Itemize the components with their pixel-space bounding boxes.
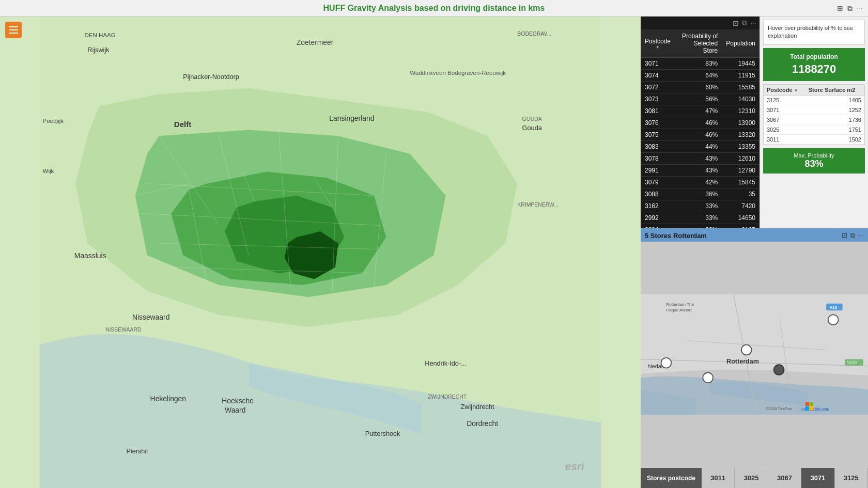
col-probability[interactable]: Probability of Selected Store bbox=[675, 29, 722, 58]
table-expand-icon[interactable]: ⧉ bbox=[742, 19, 747, 27]
postcode-button-3125[interactable]: 3125 bbox=[835, 468, 868, 489]
table-row[interactable]: 2991 43% 12790 bbox=[641, 165, 760, 177]
store-table-row[interactable]: 3125 1405 bbox=[764, 95, 864, 105]
cell-postcode: 3079 bbox=[641, 177, 675, 188]
cell-postcode: 3081 bbox=[641, 105, 675, 117]
store-table-row[interactable]: 3071 1252 bbox=[764, 105, 864, 115]
table-row[interactable]: 3073 56% 14030 bbox=[641, 93, 760, 105]
hamburger-menu[interactable] bbox=[5, 22, 22, 38]
table-row[interactable]: 3076 46% 13900 bbox=[641, 117, 760, 129]
cell-population: 11915 bbox=[722, 70, 760, 82]
right-panel: ⊡ ⧉ ··· Postcode ▼ bbox=[641, 17, 868, 488]
store-cell-postcode: 3067 bbox=[764, 115, 805, 124]
table-more-icon[interactable]: ··· bbox=[750, 19, 756, 27]
main-map[interactable]: DEN HAAG Rijswijk Pijnacker-Nootdorp Zoe… bbox=[0, 17, 641, 488]
cell-postcode: 3072 bbox=[641, 82, 675, 93]
table-row[interactable]: 3088 36% 35 bbox=[641, 188, 760, 200]
cell-probability: 60% bbox=[675, 82, 722, 93]
postcode-button-3067[interactable]: 3067 bbox=[768, 468, 801, 489]
cell-population: 13900 bbox=[722, 117, 760, 129]
total-population-box: Total population 1188270 bbox=[763, 48, 865, 81]
table-row[interactable]: 3081 47% 12310 bbox=[641, 105, 760, 117]
table-row[interactable]: 3084 33% 2165 bbox=[641, 224, 760, 229]
store-col-postcode[interactable]: Postcode ▼ bbox=[764, 85, 805, 96]
cell-population: 14030 bbox=[722, 93, 760, 105]
store-table-row[interactable]: 3025 1751 bbox=[764, 124, 864, 134]
table-row[interactable]: 3075 46% 13320 bbox=[641, 129, 760, 141]
expand-icon[interactable]: ⧉ bbox=[847, 4, 853, 12]
col-population[interactable]: Population bbox=[722, 29, 760, 58]
bottom-bar: Stores postcode 30113025306730713125 bbox=[641, 467, 868, 488]
svg-text:Gouda: Gouda bbox=[522, 124, 542, 132]
stores-more-icon[interactable]: ··· bbox=[858, 231, 864, 240]
page-title: HUFF Gravity Analysis based on driving d… bbox=[323, 4, 545, 13]
cell-population: 35 bbox=[722, 188, 760, 200]
cell-probability: 43% bbox=[675, 165, 722, 177]
cell-probability: 83% bbox=[675, 58, 722, 70]
cell-probability: 33% bbox=[675, 200, 722, 212]
table-row[interactable]: 2992 33% 14650 bbox=[641, 212, 760, 224]
svg-text:Waard: Waard bbox=[225, 406, 245, 414]
table-filter-icon[interactable]: ⊡ bbox=[733, 19, 739, 27]
table-scroll[interactable]: Postcode ▼ Probability of Selected Store… bbox=[641, 29, 760, 228]
postcode-button-3025[interactable]: 3025 bbox=[735, 468, 768, 489]
cell-population: 14650 bbox=[722, 212, 760, 224]
svg-point-60 bbox=[741, 345, 752, 355]
cell-postcode: 3084 bbox=[641, 224, 675, 229]
svg-text:Hoeksche: Hoeksche bbox=[222, 397, 254, 405]
svg-point-59 bbox=[703, 373, 713, 383]
cell-postcode: 3162 bbox=[641, 200, 675, 212]
svg-text:Rijswijk: Rijswijk bbox=[87, 46, 110, 54]
stores-map-canvas[interactable]: A16 N210 Rotterdam The Hague Airport Rot… bbox=[641, 242, 868, 467]
filter-icon[interactable]: ⊞ bbox=[837, 4, 843, 12]
cell-population: 13320 bbox=[722, 129, 760, 141]
cell-probability: 47% bbox=[675, 105, 722, 117]
store-cell-postcode: 3025 bbox=[764, 124, 805, 134]
store-cell-surface: 1252 bbox=[805, 105, 864, 115]
table-row[interactable]: 3078 43% 12610 bbox=[641, 153, 760, 165]
main-content: DEN HAAG Rijswijk Pijnacker-Nootdorp Zoe… bbox=[0, 17, 868, 488]
col-postcode[interactable]: Postcode ▼ bbox=[641, 29, 675, 58]
table-row[interactable]: 3072 60% 15585 bbox=[641, 82, 760, 93]
cell-population: 2165 bbox=[722, 224, 760, 229]
cell-postcode: 3088 bbox=[641, 188, 675, 200]
postcode-buttons: 30113025306730713125 bbox=[702, 468, 868, 489]
table-row[interactable]: 3074 64% 11915 bbox=[641, 70, 760, 82]
store-table-row[interactable]: 3011 1502 bbox=[764, 134, 864, 144]
svg-text:N210: N210 bbox=[847, 360, 857, 365]
cell-postcode: 2992 bbox=[641, 212, 675, 224]
table-row[interactable]: 3162 33% 7420 bbox=[641, 200, 760, 212]
cell-postcode: 3074 bbox=[641, 70, 675, 82]
cell-probability: 33% bbox=[675, 224, 722, 229]
postcode-button-3011[interactable]: 3011 bbox=[702, 468, 735, 489]
svg-text:Poedjijk: Poedjijk bbox=[43, 118, 64, 124]
stores-filter-icon[interactable]: ⊡ bbox=[842, 231, 847, 240]
svg-rect-66 bbox=[810, 402, 813, 406]
cell-probability: 43% bbox=[675, 153, 722, 165]
store-table-row[interactable]: 3067 1736 bbox=[764, 115, 864, 124]
svg-text:Zwijndrecht: Zwijndrecht bbox=[461, 403, 494, 411]
svg-point-61 bbox=[774, 365, 784, 375]
probability-table: Postcode ▼ Probability of Selected Store… bbox=[641, 29, 760, 228]
cell-probability: 36% bbox=[675, 188, 722, 200]
more-icon[interactable]: ··· bbox=[857, 4, 863, 12]
svg-text:GOUDA: GOUDA bbox=[522, 116, 542, 122]
data-table-section: ⊡ ⧉ ··· Postcode ▼ bbox=[641, 17, 760, 228]
svg-text:Puttershoek: Puttershoek bbox=[365, 430, 400, 437]
store-col-surface[interactable]: Store Surface m2 bbox=[805, 85, 864, 96]
table-row[interactable]: 3079 42% 15845 bbox=[641, 177, 760, 188]
svg-text:BODEGRAV...: BODEGRAV... bbox=[517, 31, 551, 37]
table-row[interactable]: 3071 83% 19445 bbox=[641, 58, 760, 70]
cell-probability: 56% bbox=[675, 93, 722, 105]
cell-population: 19445 bbox=[722, 58, 760, 70]
postcode-button-3071[interactable]: 3071 bbox=[801, 468, 834, 489]
svg-rect-67 bbox=[805, 406, 809, 410]
cell-postcode: 3073 bbox=[641, 93, 675, 105]
svg-point-62 bbox=[828, 314, 839, 325]
stores-expand-icon[interactable]: ⧉ bbox=[850, 231, 855, 240]
stores-map-header: 5 Stores Rotterdam ⊡ ⧉ ··· bbox=[641, 229, 868, 242]
table-row[interactable]: 3083 44% 13355 bbox=[641, 141, 760, 153]
svg-text:Hekelingen: Hekelingen bbox=[150, 395, 186, 403]
store-cell-surface: 1751 bbox=[805, 124, 864, 134]
cell-probability: 46% bbox=[675, 129, 722, 141]
